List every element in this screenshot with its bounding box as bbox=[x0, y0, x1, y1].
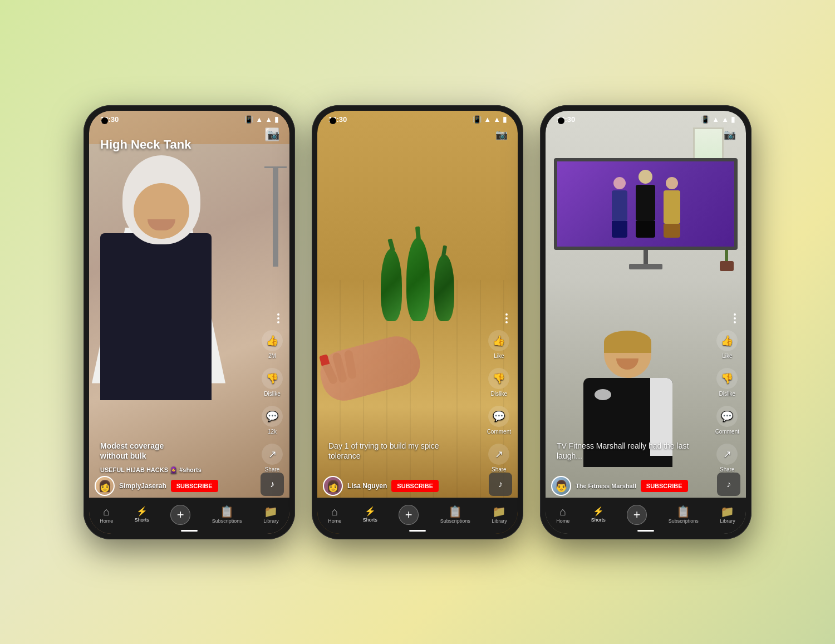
share-btn-1[interactable]: ↗ Share bbox=[262, 444, 283, 473]
like-btn-2[interactable]: 👍 Like bbox=[488, 330, 509, 359]
comment-btn-2[interactable]: 💬 Comment bbox=[487, 406, 511, 435]
add-icon-1: + bbox=[170, 505, 190, 525]
nav-shorts-3[interactable]: ⚡ Shorts bbox=[591, 507, 606, 523]
battery-icon-1: ▮ bbox=[274, 115, 278, 124]
signal-icon-2: ▲ bbox=[493, 115, 500, 124]
more-options-1[interactable] bbox=[277, 313, 279, 323]
bottom-nav-2: ⌂ Home ⚡ Shorts + 📋 Subscriptions 📁 bbox=[317, 498, 518, 534]
subscriptions-icon-2: 📋 bbox=[448, 506, 462, 517]
nav-add-1[interactable]: + bbox=[170, 505, 190, 525]
library-icon-1: 📁 bbox=[264, 506, 278, 517]
subscribe-btn-2[interactable]: SUBSCRIBE bbox=[391, 480, 439, 492]
phone-2-outer: 12:30 📳 ▲ ▲ ▮ bbox=[312, 105, 523, 539]
add-icon-2: + bbox=[399, 505, 419, 525]
channel-bar-1: 👩 SimplyJaserah SUBSCRIBE bbox=[95, 476, 250, 496]
video-title-1: High Neck Tank bbox=[100, 137, 191, 152]
library-icon-3: 📁 bbox=[720, 506, 734, 517]
nav-library-1[interactable]: 📁 Library bbox=[263, 506, 279, 524]
battery-icon-3: ▮ bbox=[731, 115, 735, 124]
video-content-2[interactable]: 📷 👍 Like 👎 Dislike bbox=[317, 111, 518, 534]
pepper-2 bbox=[406, 238, 430, 321]
dancer-2-legs bbox=[636, 221, 655, 238]
like-btn-3[interactable]: 👍 Like bbox=[716, 330, 738, 359]
hijab-head bbox=[122, 155, 200, 244]
action-buttons-2: 👍 Like 👎 Dislike 💬 Comment ↗ Share bbox=[487, 330, 511, 473]
dislike-btn-1[interactable]: 👎 Dislike bbox=[262, 368, 283, 397]
subscribe-btn-1[interactable]: SUBSCRIBE bbox=[171, 480, 218, 492]
shorts-icon-2: ⚡ bbox=[365, 507, 376, 516]
video-content-1[interactable]: ⬜ 📷 High Neck Tank 👍 2M bbox=[89, 111, 289, 534]
tv-pole bbox=[644, 249, 648, 266]
dancer-1-head bbox=[613, 177, 626, 189]
vibrate-icon-2: 📳 bbox=[473, 115, 482, 124]
shorts-icon-3: ⚡ bbox=[593, 507, 604, 516]
more-options-2[interactable] bbox=[505, 313, 508, 323]
dancer-3-legs bbox=[664, 224, 680, 238]
nav-library-3[interactable]: 📁 Library bbox=[720, 506, 735, 524]
bottom-nav-1: ⌂ Home ⚡ Shorts + 📋 Subscriptions 📁 bbox=[89, 498, 289, 534]
subscriptions-icon-3: 📋 bbox=[676, 506, 690, 517]
camera-hole-3 bbox=[558, 117, 564, 124]
nav-home-1[interactable]: ⌂ Home bbox=[100, 506, 113, 524]
nav-add-3[interactable]: + bbox=[627, 505, 647, 525]
dancer-2 bbox=[636, 170, 655, 238]
camera-btn-2[interactable]: 📷 bbox=[495, 129, 508, 141]
nav-shorts-1[interactable]: ⚡ Shorts bbox=[135, 507, 149, 523]
channel-bar-2: 👩 Lisa Nguyen SUBSCRIBE bbox=[323, 476, 479, 496]
more-options-3[interactable] bbox=[734, 313, 736, 323]
phone-3-inner: 12:30 📳 ▲ ▲ ▮ bbox=[546, 111, 746, 534]
nav-shorts-2[interactable]: ⚡ Shorts bbox=[363, 507, 377, 523]
comment-btn-3[interactable]: 💬 Comment bbox=[715, 406, 739, 435]
share-btn-3[interactable]: ↗ Share bbox=[716, 444, 738, 473]
mouth bbox=[148, 219, 175, 230]
rack-pole bbox=[273, 166, 278, 267]
nav-subscriptions-3[interactable]: 📋 Subscriptions bbox=[669, 506, 699, 524]
music-btn-1[interactable]: ♪ bbox=[261, 473, 284, 496]
subscriptions-icon-1: 📋 bbox=[220, 506, 234, 517]
like-btn-1[interactable]: 👍 2M bbox=[262, 330, 283, 359]
action-buttons-1: 👍 2M 👎 Dislike 💬 12k ↗ Share bbox=[262, 330, 283, 473]
action-buttons-3: 👍 Like 👎 Dislike 💬 Comment ↗ Share bbox=[715, 330, 739, 473]
dancer-1-legs bbox=[612, 221, 627, 238]
nav-library-2[interactable]: 📁 Library bbox=[492, 506, 507, 524]
video-content-3[interactable]: 📷 👍 Like 👎 Dislike bbox=[546, 111, 746, 534]
video-caption-1: USEFUL HIJAB HACKS 🧕 #shorts bbox=[100, 466, 242, 474]
add-icon-3: + bbox=[627, 505, 647, 525]
face bbox=[134, 183, 189, 239]
camera-hole-2 bbox=[330, 117, 336, 124]
channel-avatar-2: 👩 bbox=[323, 476, 343, 496]
channel-name-2: Lisa Nguyen bbox=[347, 482, 387, 490]
body-clothing bbox=[100, 233, 212, 400]
nav-home-2[interactable]: ⌂ Home bbox=[328, 506, 341, 524]
music-btn-3[interactable]: ♪ bbox=[717, 473, 740, 496]
channel-bar-3: 👨 The Fitness Marshall SUBSCRIBE bbox=[551, 476, 707, 496]
subscribe-btn-3[interactable]: SUBSCRIBE bbox=[641, 480, 688, 492]
wifi-icon-2: ▲ bbox=[484, 115, 491, 124]
nav-subscriptions-1[interactable]: 📋 Subscriptions bbox=[212, 506, 242, 524]
video-description-1: Modest coverage without bulk bbox=[100, 441, 245, 461]
music-btn-2[interactable]: ♪ bbox=[489, 473, 512, 496]
camera-btn-3[interactable]: 📷 bbox=[724, 129, 736, 141]
dancer-3-body bbox=[664, 190, 680, 224]
vibrate-icon-1: 📳 bbox=[244, 115, 253, 124]
library-icon-2: 📁 bbox=[492, 506, 506, 517]
dislike-btn-3[interactable]: 👎 Dislike bbox=[716, 368, 738, 397]
channel-avatar-1: 👩 bbox=[95, 476, 115, 496]
video-description-3: TV Fitness Marshall really had the last … bbox=[557, 441, 701, 461]
dancer-1-body bbox=[612, 190, 627, 221]
vibrate-icon-3: 📳 bbox=[701, 115, 710, 124]
battery-icon-2: ▮ bbox=[503, 115, 507, 124]
comment-btn-1[interactable]: 💬 12k bbox=[262, 406, 283, 435]
channel-name-3: The Fitness Marshall bbox=[576, 483, 636, 489]
phone-2-inner: 12:30 📳 ▲ ▲ ▮ bbox=[317, 111, 518, 534]
dislike-btn-2[interactable]: 👎 Dislike bbox=[488, 368, 509, 397]
phone-1-inner: 12:30 📳 ▲ ▲ ▮ bbox=[89, 111, 289, 534]
nav-home-3[interactable]: ⌂ Home bbox=[556, 506, 569, 524]
nav-subscriptions-2[interactable]: 📋 Subscriptions bbox=[440, 506, 470, 524]
nav-add-2[interactable]: + bbox=[399, 505, 419, 525]
phone-1-outer: 12:30 📳 ▲ ▲ ▮ bbox=[84, 105, 295, 539]
camera-btn-1[interactable]: 📷 bbox=[267, 129, 279, 141]
share-btn-2[interactable]: ↗ Share bbox=[488, 444, 509, 473]
channel-name-1: SimplyJaserah bbox=[119, 482, 166, 490]
bottom-nav-3: ⌂ Home ⚡ Shorts + 📋 Subscriptions 📁 bbox=[546, 498, 746, 534]
